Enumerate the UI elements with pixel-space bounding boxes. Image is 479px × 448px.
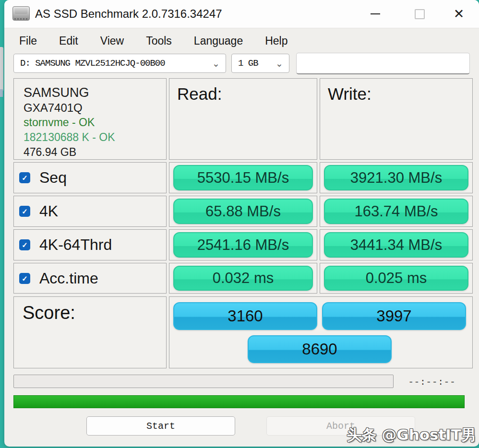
close-icon: ✕	[454, 8, 465, 21]
score-write-value: 3997	[322, 302, 466, 330]
4k-write-value: 163.74 MB/s	[324, 199, 468, 224]
maximize-icon	[415, 9, 425, 19]
check-icon: ✓	[22, 275, 28, 282]
test-row-4k: ✓ 4K	[13, 196, 167, 227]
chevron-down-icon: ⌄	[275, 58, 289, 69]
acctime-write-value: 0.025 ms	[324, 266, 468, 291]
time-remaining: --:--:--	[406, 377, 458, 388]
seq-read-value: 5530.15 MB/s	[173, 165, 313, 190]
check-icon: ✓	[22, 241, 28, 248]
test-label-4k: 4K	[39, 202, 58, 220]
seq-write-value: 3921.30 MB/s	[324, 165, 468, 190]
4k-read-value: 65.88 MB/s	[173, 199, 313, 224]
menu-help[interactable]: Help	[254, 35, 299, 47]
acctime-read-cell: 0.032 ms	[169, 263, 317, 294]
menu-file[interactable]: File	[8, 35, 48, 47]
check-icon: ✓	[22, 208, 28, 215]
minimize-icon	[371, 13, 380, 14]
acctime-read-value: 0.032 ms	[173, 266, 313, 291]
test-label-seq: Seq	[39, 169, 67, 187]
test-size-select[interactable]: 1 GB ⌄	[231, 54, 289, 73]
4k64thrd-read-value: 2541.16 MB/s	[173, 232, 313, 258]
score-read-value: 3160	[173, 302, 317, 330]
4k-checkbox[interactable]: ✓	[19, 206, 30, 217]
score-values-cell: 3160 3997 8690	[169, 296, 473, 368]
4k64thrd-write-value: 3441.34 MB/s	[324, 232, 468, 258]
4k64thrd-write-cell: 3441.34 MB/s	[320, 229, 473, 260]
chevron-down-icon: ⌄	[212, 58, 226, 69]
desktop-artifact-blue	[0, 89, 3, 97]
test-label-acctime: Acc.time	[39, 270, 98, 287]
drive-select[interactable]: D: SAMSUNG MZVL2512HCJQ-00B00 ⌄	[13, 54, 226, 73]
score-total-value: 8690	[248, 335, 392, 363]
menu-bar: File Edit View Tools Language Help	[8, 29, 479, 53]
seq-write-cell: 3921.30 MB/s	[320, 162, 473, 193]
test-label-4k64thrd: 4K-64Thrd	[39, 236, 112, 254]
minimize-button[interactable]	[364, 0, 387, 28]
overall-progress-bar	[13, 395, 465, 408]
watermark-text: 头条 @GhostIT男	[347, 425, 476, 445]
title-bar: AS SSD Benchmark 2.0.7316.34247 ✕	[4, 0, 479, 28]
score-label-cell: Score:	[13, 296, 167, 368]
score-label: Score:	[14, 297, 166, 323]
4k-read-cell: 65.88 MB/s	[169, 196, 317, 227]
desktop-artifact	[0, 47, 3, 91]
4k64thrd-checkbox[interactable]: ✓	[19, 239, 30, 250]
maximize-button[interactable]	[408, 0, 431, 28]
test-size-value: 1 GB	[232, 58, 258, 69]
menu-edit[interactable]: Edit	[48, 35, 89, 47]
start-button[interactable]: Start	[86, 416, 235, 436]
app-icon	[12, 6, 30, 21]
test-row-4k64thrd: ✓ 4K-64Thrd	[13, 229, 167, 260]
alignment-status: 182130688 K - OK	[24, 130, 166, 145]
menu-view[interactable]: View	[89, 35, 135, 47]
device-vendor: SAMSUNG	[24, 85, 166, 100]
seq-read-cell: 5530.15 MB/s	[169, 162, 317, 193]
drive-select-value: D: SAMSUNG MZVL2512HCJQ-00B00	[14, 58, 165, 69]
device-model: GXA7401Q	[24, 100, 166, 115]
check-icon: ✓	[22, 174, 28, 181]
test-progress-bar	[13, 375, 394, 388]
device-capacity: 476.94 GB	[24, 145, 166, 160]
menu-language[interactable]: Language	[183, 35, 254, 47]
window-title: AS SSD Benchmark 2.0.7316.34247	[35, 0, 222, 28]
close-button[interactable]: ✕	[447, 0, 470, 28]
4k64thrd-read-cell: 2541.16 MB/s	[169, 229, 317, 260]
test-row-acctime: ✓ Acc.time	[13, 263, 167, 294]
seq-checkbox[interactable]: ✓	[19, 172, 30, 183]
acctime-write-cell: 0.025 ms	[320, 263, 473, 294]
app-window: AS SSD Benchmark 2.0.7316.34247 ✕ File E…	[4, 0, 479, 447]
toolbar-empty-panel	[296, 53, 470, 74]
test-row-seq: ✓ Seq	[13, 162, 167, 193]
driver-status: stornvme - OK	[24, 115, 166, 130]
4k-write-cell: 163.74 MB/s	[320, 196, 473, 227]
menu-tools[interactable]: Tools	[135, 35, 183, 47]
acctime-checkbox[interactable]: ✓	[19, 273, 30, 284]
device-info-panel: SAMSUNG GXA7401Q stornvme - OK 182130688…	[13, 78, 167, 160]
write-column-header: Write:	[320, 78, 473, 160]
read-column-header: Read:	[169, 78, 317, 160]
